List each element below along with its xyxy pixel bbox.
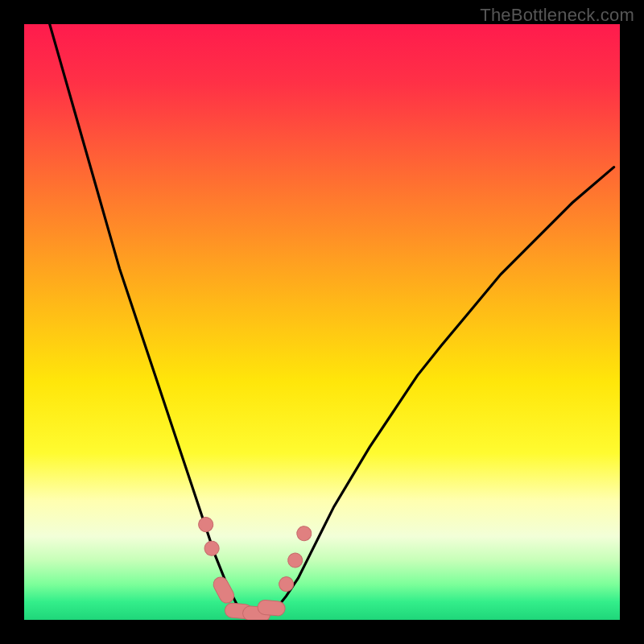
frame: TheBottleneck.com bbox=[0, 0, 644, 644]
trough-marker bbox=[276, 574, 296, 594]
trough-marker bbox=[257, 600, 285, 617]
watermark-label: TheBottleneck.com bbox=[480, 5, 634, 26]
trough-marker bbox=[196, 514, 216, 534]
trough-marker bbox=[294, 523, 314, 543]
trough-marker bbox=[202, 539, 221, 558]
trough-marker bbox=[211, 575, 237, 605]
bottleneck-curve bbox=[48, 24, 614, 617]
curve-layer bbox=[24, 24, 620, 620]
plot-area bbox=[24, 24, 620, 620]
trough-markers bbox=[196, 514, 315, 620]
